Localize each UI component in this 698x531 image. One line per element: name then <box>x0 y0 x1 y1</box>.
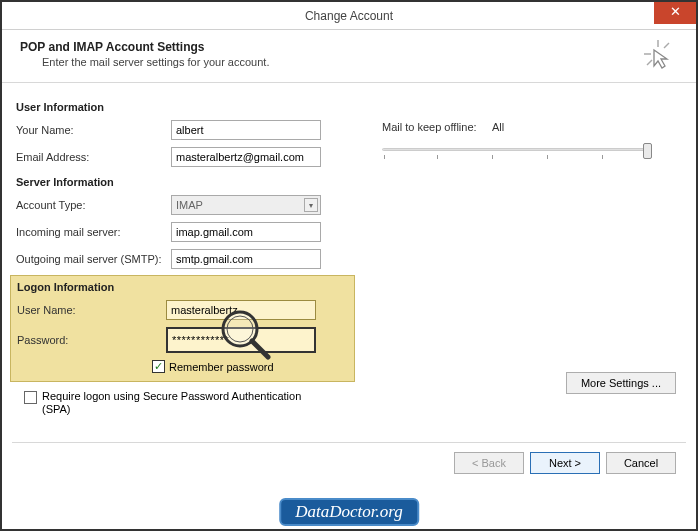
remember-checkbox[interactable]: ✓ <box>152 360 165 373</box>
label-remember: Remember password <box>169 361 274 373</box>
label-incoming: Incoming mail server: <box>16 226 171 238</box>
next-button[interactable]: Next > <box>530 452 600 474</box>
more-settings-wrap: More Settings ... <box>566 372 676 394</box>
cursor-arrow-icon <box>642 38 674 70</box>
row-password: Password: <box>17 326 348 354</box>
slider-thumb[interactable] <box>643 143 652 159</box>
window-title: Change Account <box>305 9 393 23</box>
label-mail-keep: Mail to keep offline: <box>382 121 492 133</box>
mail-keep-row: Mail to keep offline: All <box>382 121 652 133</box>
label-outgoing: Outgoing mail server (SMTP): <box>16 253 171 265</box>
chevron-down-icon: ▾ <box>304 198 318 212</box>
label-account-type: Account Type: <box>16 199 171 211</box>
slider-tick <box>492 155 493 159</box>
svg-line-2 <box>664 43 669 48</box>
label-email: Email Address: <box>16 151 171 163</box>
section-user-info: User Information <box>16 101 682 113</box>
titlebar: Change Account ✕ <box>2 2 696 30</box>
mail-keep-value: All <box>492 121 504 133</box>
account-type-select[interactable]: IMAP ▾ <box>171 195 321 215</box>
password-input[interactable] <box>166 327 316 353</box>
close-button[interactable]: ✕ <box>654 2 696 24</box>
label-password: Password: <box>17 334 166 346</box>
row-incoming: Incoming mail server: <box>16 221 682 243</box>
header-panel: POP and IMAP Account Settings Enter the … <box>2 30 696 83</box>
right-column: Mail to keep offline: All <box>382 121 652 161</box>
row-account-type: Account Type: IMAP ▾ <box>16 194 682 216</box>
label-your-name: Your Name: <box>16 124 171 136</box>
cancel-button[interactable]: Cancel <box>606 452 676 474</box>
email-input[interactable] <box>171 147 321 167</box>
close-icon: ✕ <box>670 4 681 19</box>
label-spa: Require logon using Secure Password Auth… <box>42 390 332 416</box>
spa-checkbox[interactable] <box>24 391 37 404</box>
row-outgoing: Outgoing mail server (SMTP): <box>16 248 682 270</box>
slider-tick <box>547 155 548 159</box>
your-name-input[interactable] <box>171 120 321 140</box>
row-username: User Name: <box>17 299 348 321</box>
account-type-value: IMAP <box>176 199 203 211</box>
header-title: POP and IMAP Account Settings <box>20 40 678 54</box>
row-remember: ✓ Remember password <box>152 360 348 373</box>
slider-tick <box>384 155 385 159</box>
footer-buttons: < Back Next > Cancel <box>454 452 676 474</box>
logon-highlight-box: Logon Information User Name: Password: ✓… <box>10 275 355 382</box>
slider-tick <box>602 155 603 159</box>
svg-line-3 <box>647 60 652 65</box>
header-subtitle: Enter the mail server settings for your … <box>42 56 678 68</box>
back-button[interactable]: < Back <box>454 452 524 474</box>
section-server-info: Server Information <box>16 176 682 188</box>
incoming-server-input[interactable] <box>171 222 321 242</box>
watermark: DataDoctor.org <box>279 498 419 526</box>
label-username: User Name: <box>17 304 166 316</box>
checkmark-icon: ✓ <box>154 361 163 372</box>
mail-keep-slider[interactable] <box>382 143 652 161</box>
slider-tick <box>437 155 438 159</box>
section-logon-info: Logon Information <box>17 281 348 293</box>
slider-track <box>382 148 652 151</box>
more-settings-button[interactable]: More Settings ... <box>566 372 676 394</box>
footer-separator <box>12 442 686 443</box>
outgoing-server-input[interactable] <box>171 249 321 269</box>
username-input[interactable] <box>166 300 316 320</box>
